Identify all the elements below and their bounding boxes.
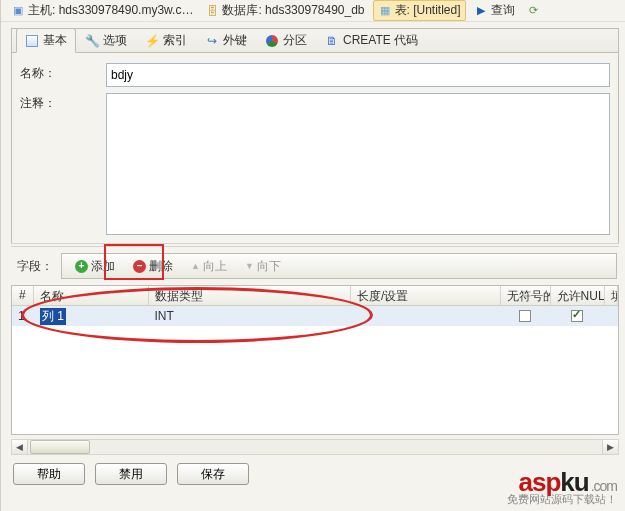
remove-field-label: 删除 — [149, 258, 173, 275]
watermark-subtitle: 免费网站源码下载站！ — [507, 494, 617, 505]
name-input[interactable] — [106, 63, 610, 87]
add-field-button[interactable]: + 添加 — [68, 255, 122, 278]
breadcrumb-query[interactable]: ▶ 查询 — [470, 1, 519, 20]
fields-grid: # 名称 数据类型 长度/设置 无符号的 允许NULL 填 1 列 1 INT — [11, 285, 619, 435]
breadcrumb-table-label: 表: [Untitled] — [395, 2, 461, 19]
tab-create-code-label: CREATE 代码 — [343, 32, 418, 49]
col-fill-header[interactable]: 填 — [605, 286, 618, 305]
fields-toolbar: + 添加 – 删除 ▲ 向上 ▼ 向下 — [61, 253, 617, 279]
tab-options-label: 选项 — [103, 32, 127, 49]
minus-icon: – — [133, 260, 146, 273]
tab-foreign-keys[interactable]: ↪ 外键 — [196, 28, 256, 53]
move-up-button[interactable]: ▲ 向上 — [184, 255, 234, 278]
grid-header: # 名称 数据类型 长度/设置 无符号的 允许NULL 填 — [12, 286, 618, 306]
breadcrumb-refresh[interactable]: ⟳ — [523, 3, 545, 19]
basic-icon — [25, 34, 39, 48]
tab-foreign-keys-label: 外键 — [223, 32, 247, 49]
breadcrumb-db-label: 数据库: hds330978490_db — [222, 2, 364, 19]
fields-label: 字段： — [17, 258, 53, 275]
key-icon: ⚡ — [145, 34, 159, 48]
comment-textarea[interactable] — [106, 93, 610, 235]
plus-icon: + — [75, 260, 88, 273]
scroll-left-arrow[interactable]: ◀ — [12, 440, 28, 454]
remove-field-button[interactable]: – 删除 — [126, 255, 180, 278]
comment-label: 注释： — [20, 93, 100, 235]
col-name-header[interactable]: 名称 — [34, 286, 149, 305]
tab-bar: 基本 🔧 选项 ⚡ 索引 ↪ 外键 分区 🗎 CREATE 代码 — [12, 29, 618, 53]
refresh-icon: ⟳ — [527, 4, 541, 18]
move-down-button[interactable]: ▼ 向下 — [238, 255, 288, 278]
table-icon: ▦ — [378, 4, 392, 18]
tab-basic[interactable]: 基本 — [16, 28, 76, 53]
breadcrumb-table[interactable]: ▦ 表: [Untitled] — [373, 0, 466, 21]
watermark-com: .com — [591, 478, 617, 494]
scroll-right-arrow[interactable]: ▶ — [602, 440, 618, 454]
row-len-cell[interactable] — [351, 306, 501, 326]
col-null-header[interactable]: 允许NULL — [551, 286, 605, 305]
name-label: 名称： — [20, 63, 100, 87]
move-down-label: 向下 — [257, 258, 281, 275]
row-type-cell[interactable]: INT — [149, 306, 351, 326]
horizontal-scrollbar[interactable]: ◀ ▶ — [11, 439, 619, 455]
breadcrumb-host[interactable]: ▣ 主机: hds330978490.my3w.c… — [7, 1, 197, 20]
tab-options[interactable]: 🔧 选项 — [76, 28, 136, 53]
tab-partitions[interactable]: 分区 — [256, 28, 316, 53]
foreign-key-icon: ↪ — [205, 34, 219, 48]
watermark: aspku.com 免费网站源码下载站！ — [507, 469, 617, 505]
host-icon: ▣ — [11, 4, 25, 18]
row-idx-cell: 1 — [12, 306, 34, 326]
app-window: ▣ 主机: hds330978490.my3w.c… 🗄 数据库: hds330… — [0, 0, 625, 511]
breadcrumb-bar: ▣ 主机: hds330978490.my3w.c… 🗄 数据库: hds330… — [1, 0, 625, 22]
row-unsigned-cell[interactable] — [501, 306, 551, 326]
tab-partitions-label: 分区 — [283, 32, 307, 49]
help-button[interactable]: 帮助 — [13, 463, 85, 485]
row-null-cell[interactable] — [551, 306, 605, 326]
row-fill-cell[interactable] — [605, 306, 618, 326]
wrench-icon: 🔧 — [85, 34, 99, 48]
database-icon: 🗄 — [205, 4, 219, 18]
checkbox-null[interactable] — [571, 310, 583, 322]
grid-body: 1 列 1 INT — [12, 306, 618, 434]
save-button[interactable]: 保存 — [177, 463, 249, 485]
col-idx-header[interactable]: # — [12, 286, 34, 305]
row-name-cell[interactable]: 列 1 — [34, 306, 149, 326]
col-len-header[interactable]: 长度/设置 — [351, 286, 501, 305]
checkbox-unsigned[interactable] — [519, 310, 531, 322]
tab-indexes-label: 索引 — [163, 32, 187, 49]
breadcrumb-host-label: 主机: hds330978490.my3w.c… — [28, 2, 193, 19]
tab-panel: 基本 🔧 选项 ⚡ 索引 ↪ 外键 分区 🗎 CREATE 代码 — [11, 28, 619, 243]
triangle-down-icon: ▼ — [245, 261, 254, 271]
tab-create-code[interactable]: 🗎 CREATE 代码 — [316, 28, 427, 53]
tab-indexes[interactable]: ⚡ 索引 — [136, 28, 196, 53]
col-unsigned-header[interactable]: 无符号的 — [501, 286, 551, 305]
play-icon: ▶ — [474, 4, 488, 18]
form-area: 名称： 注释： — [12, 53, 618, 243]
tab-basic-label: 基本 — [43, 32, 67, 49]
triangle-up-icon: ▲ — [191, 261, 200, 271]
col-type-header[interactable]: 数据类型 — [149, 286, 351, 305]
move-up-label: 向上 — [203, 258, 227, 275]
breadcrumb-query-label: 查询 — [491, 2, 515, 19]
add-field-label: 添加 — [91, 258, 115, 275]
pie-icon — [265, 34, 279, 48]
scroll-thumb[interactable] — [30, 440, 90, 454]
sheet-icon: 🗎 — [325, 34, 339, 48]
breadcrumb-database[interactable]: 🗄 数据库: hds330978490_db — [201, 1, 368, 20]
table-row[interactable]: 1 列 1 INT — [12, 306, 618, 326]
disable-button[interactable]: 禁用 — [95, 463, 167, 485]
fields-toolbar-row: 字段： + 添加 – 删除 ▲ 向上 ▼ 向下 — [1, 247, 625, 285]
